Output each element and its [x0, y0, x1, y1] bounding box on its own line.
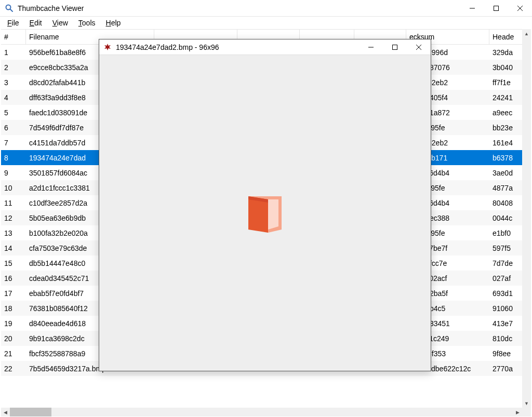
main-titlebar: Thumbcache Viewer: [0, 0, 532, 17]
cell: b6378: [489, 154, 526, 162]
cell: 597f5: [489, 244, 526, 252]
scroll-corner: [522, 408, 531, 416]
cell: 3: [1, 78, 26, 87]
app-icon: [5, 4, 14, 12]
cell: 19: [1, 319, 26, 328]
cell: a9eec: [489, 109, 526, 117]
svg-marker-11: [268, 199, 278, 230]
folder-icon: [240, 188, 290, 238]
cell: 4877a: [489, 184, 526, 192]
col-number[interactable]: #: [1, 30, 26, 44]
menubar: File Edit View Tools Help: [0, 17, 532, 29]
preview-minimize-button[interactable]: [359, 39, 383, 55]
cell: 413e7: [489, 319, 526, 328]
preview-titlebar[interactable]: 193474a24e7dad2.bmp - 96x96: [99, 39, 431, 55]
menu-edit[interactable]: Edit: [24, 18, 47, 28]
minimize-button[interactable]: [460, 0, 484, 16]
cell: ff7f1e: [489, 78, 526, 87]
cell: 3b040: [489, 63, 526, 72]
svg-rect-3: [494, 6, 499, 10]
maximize-button[interactable]: [484, 0, 508, 16]
scroll-left-arrow[interactable]: ◀: [1, 408, 10, 416]
cell: 7: [1, 139, 26, 147]
cell: 1: [1, 48, 26, 57]
cell: 6: [1, 124, 26, 132]
cell: 161e4: [489, 139, 526, 147]
cell: 12: [1, 214, 26, 222]
close-button[interactable]: [508, 0, 532, 16]
cell: 10: [1, 184, 26, 192]
app-title: Thumbcache Viewer: [18, 4, 460, 12]
cell: 21: [1, 349, 26, 358]
cell: 329da: [489, 48, 526, 57]
cell: 18: [1, 304, 26, 313]
cell: 24241: [489, 93, 526, 102]
preview-close-button[interactable]: [407, 39, 431, 55]
cell: 17: [1, 289, 26, 298]
cell: bb23e: [489, 124, 526, 132]
preview-maximize-button[interactable]: [383, 39, 407, 55]
col-header[interactable]: Heade: [489, 30, 526, 44]
cell: e1bf0: [489, 229, 526, 237]
vscroll-track[interactable]: [522, 38, 531, 399]
hscroll-thumb[interactable]: [10, 408, 51, 416]
hscroll-track[interactable]: [10, 408, 513, 416]
scroll-down-arrow[interactable]: ▼: [522, 399, 531, 408]
preview-window[interactable]: 193474a24e7dad2.bmp - 96x96: [99, 39, 431, 371]
cell: 3ae0d: [489, 169, 526, 177]
cell: 16: [1, 274, 26, 283]
cell: 810dc: [489, 334, 526, 343]
cell: 9f8ee: [489, 349, 526, 358]
cell: 027af: [489, 274, 526, 283]
cell: 11: [1, 199, 26, 207]
cell: 0044c: [489, 214, 526, 222]
cell: 13: [1, 229, 26, 237]
preview-client-area: [99, 55, 431, 371]
cell: 693d1: [489, 289, 526, 298]
menu-view[interactable]: View: [47, 18, 73, 28]
svg-rect-7: [393, 45, 397, 49]
cell: 20: [1, 334, 26, 343]
preview-title: 193474a24e7dad2.bmp - 96x96: [116, 43, 359, 51]
svg-line-1: [10, 9, 13, 11]
cell: 2770a: [489, 365, 526, 373]
cell: 7d7de: [489, 259, 526, 267]
cell: 14: [1, 244, 26, 252]
scroll-right-arrow[interactable]: ▶: [513, 408, 522, 416]
cell: 5: [1, 109, 26, 117]
cell: 9: [1, 169, 26, 177]
cell: 4: [1, 93, 26, 102]
menu-help[interactable]: Help: [101, 18, 126, 28]
cell: 15: [1, 259, 26, 267]
cell: 80408: [489, 199, 526, 207]
preview-icon: [103, 43, 112, 51]
vertical-scrollbar[interactable]: ▲ ▼: [522, 29, 531, 408]
cell: 2: [1, 63, 26, 72]
scroll-up-arrow[interactable]: ▲: [522, 29, 531, 38]
cell: 8: [1, 154, 26, 162]
menu-file[interactable]: File: [2, 18, 24, 28]
menu-tools[interactable]: Tools: [73, 18, 101, 28]
cell: 22: [1, 365, 26, 373]
cell: 91060: [489, 304, 526, 313]
horizontal-scrollbar[interactable]: ◀ ▶: [1, 408, 522, 416]
